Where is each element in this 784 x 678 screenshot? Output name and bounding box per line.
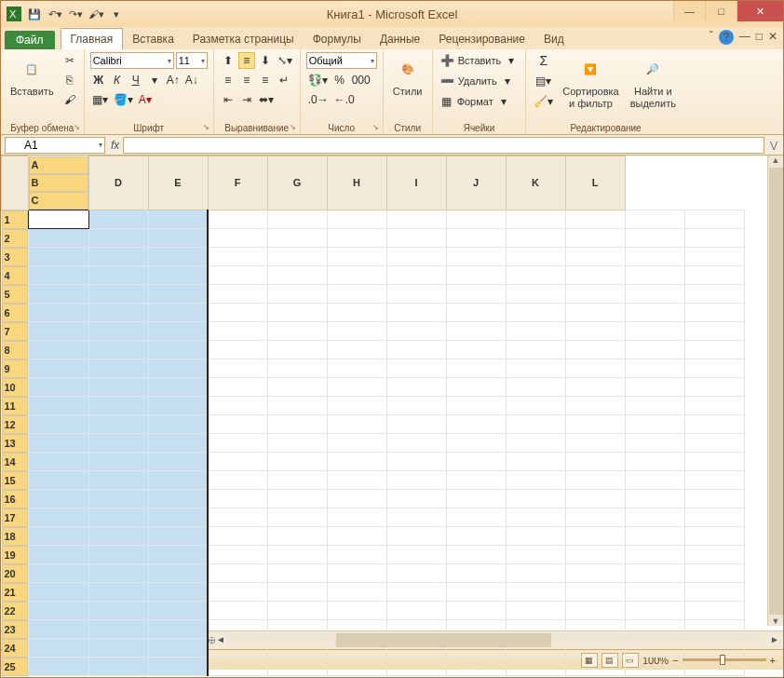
cell[interactable] [684,546,744,564]
tab-insert[interactable]: Вставка [123,29,183,49]
column-header[interactable]: A [29,156,88,174]
cell[interactable] [327,229,386,248]
zoom-slider[interactable] [683,658,766,661]
cell[interactable] [88,248,148,266]
comma-style-icon[interactable]: 000 [350,72,372,88]
cell[interactable] [327,602,386,620]
cell[interactable] [446,248,506,266]
window-close-inner-icon[interactable]: ✕ [768,30,777,45]
cell[interactable] [327,434,386,453]
cell[interactable] [565,359,625,378]
close-button[interactable]: ✕ [737,1,783,21]
cell[interactable] [446,415,506,434]
cell[interactable] [208,415,267,434]
scroll-up-icon[interactable]: ▲ [772,156,780,165]
cell[interactable] [267,415,327,434]
group-label-clipboard[interactable]: Буфер обмена [7,122,78,134]
cell[interactable] [684,341,744,359]
cell[interactable] [148,658,208,676]
cell[interactable] [327,359,386,378]
format-label[interactable]: Формат [457,96,493,107]
file-menu[interactable]: Файл [5,31,55,49]
cell[interactable] [625,304,684,322]
cell[interactable] [28,210,88,229]
dropdown-icon[interactable]: ▾ [503,52,520,69]
worksheet-grid[interactable]: ABCDEFGHIJKL1234567891011121314151617181… [1,156,745,676]
cell[interactable] [684,266,744,285]
cell[interactable] [28,285,88,304]
cell[interactable] [386,210,446,229]
cell[interactable] [208,658,267,676]
cell[interactable] [88,508,148,527]
cell[interactable] [684,564,744,583]
cell[interactable] [148,620,208,639]
row-header[interactable]: 19 [2,546,28,564]
copy-icon[interactable]: ⎘ [61,72,78,88]
cell[interactable] [28,359,88,378]
cell[interactable] [327,378,386,397]
cell[interactable] [446,453,506,471]
cell[interactable] [88,490,148,508]
cell[interactable] [565,471,625,490]
cell[interactable] [446,527,506,546]
cell[interactable] [565,397,625,415]
cell[interactable] [684,415,744,434]
cell[interactable] [684,397,744,415]
fill-icon[interactable]: ▤▾ [532,73,555,89]
cell[interactable] [267,304,327,322]
cell[interactable] [684,453,744,471]
cell[interactable] [446,583,506,602]
cell[interactable] [446,322,506,341]
row-header[interactable]: 2 [2,229,28,248]
row-header[interactable]: 20 [2,564,28,583]
cell[interactable] [267,602,327,620]
scroll-thumb[interactable] [769,168,783,615]
cell[interactable] [267,341,327,359]
dropdown-icon[interactable]: ▾ [495,93,512,110]
cell[interactable] [625,602,684,620]
tab-formulas[interactable]: Формулы [304,29,371,49]
cell[interactable] [28,602,88,620]
tab-review[interactable]: Рецензирование [429,29,534,49]
cell[interactable] [88,229,148,248]
cell[interactable] [208,266,267,285]
align-middle-icon[interactable]: ≡ [238,52,255,69]
font-size-select[interactable]: 11▾ [176,52,208,69]
find-select-button[interactable]: 🔎 Найти и выделить [627,52,680,111]
cell[interactable] [28,378,88,397]
cell[interactable] [28,397,88,415]
cell[interactable] [565,583,625,602]
delete-cells-icon[interactable]: ➖ [439,73,456,89]
column-header[interactable]: E [148,156,208,210]
cell[interactable] [446,397,506,415]
cell[interactable] [625,248,684,266]
column-header[interactable]: F [208,156,267,210]
cell[interactable] [267,658,327,676]
cell[interactable] [446,658,506,676]
cell[interactable] [88,564,148,583]
cell[interactable] [506,322,565,341]
cell[interactable] [267,359,327,378]
cell[interactable] [88,453,148,471]
cell[interactable] [625,546,684,564]
bold-button[interactable]: Ж [90,72,107,88]
cell[interactable] [88,341,148,359]
row-header[interactable]: 7 [2,322,28,341]
cell[interactable] [148,527,208,546]
cell[interactable] [148,508,208,527]
cell[interactable] [88,415,148,434]
cell[interactable] [28,341,88,359]
cut-icon[interactable]: ✂ [61,52,78,69]
cell[interactable] [28,266,88,285]
autosum-icon[interactable]: Σ [532,52,555,69]
undo-icon[interactable]: ↶▾ [46,5,64,23]
align-center-icon[interactable]: ≡ [238,72,255,88]
cell[interactable] [386,322,446,341]
cell[interactable] [565,341,625,359]
cell[interactable] [88,471,148,490]
row-header[interactable]: 17 [2,508,28,527]
cell[interactable] [148,546,208,564]
cell[interactable] [208,471,267,490]
cell[interactable] [684,229,744,248]
cell[interactable] [88,620,148,639]
